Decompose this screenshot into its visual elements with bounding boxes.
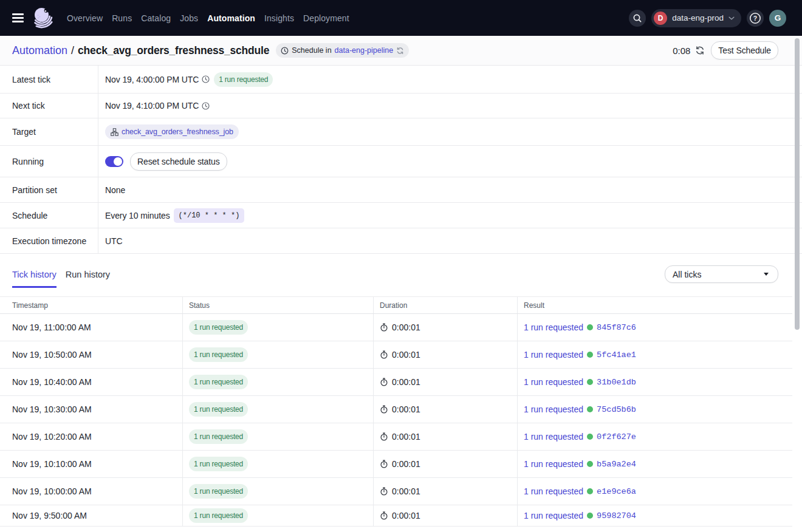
stopwatch-icon [380,432,388,441]
tick-result-link[interactable]: 1 run requested [524,511,583,520]
tick-duration-cell: 0:00:01 [373,505,517,526]
dagster-logo[interactable] [33,7,55,29]
help-icon: ? [749,12,761,24]
run-id-link[interactable]: 0f2f627e [597,432,636,442]
table-row: Nov 19, 10:20:00 AM 1 run requested 0:00… [0,423,792,451]
tick-result-link[interactable]: 1 run requested [524,350,583,360]
breadcrumb-automation-link[interactable]: Automation [12,44,67,57]
vertical-scrollbar-thumb[interactable] [795,38,800,330]
table-row: Nov 19, 10:30:00 AM 1 run requested 0:00… [0,396,792,423]
page-header: Automation / check_avg_orders_freshness_… [0,36,802,66]
tick-duration-cell: 0:00:01 [373,423,517,450]
tick-duration-cell: 0:00:01 [373,396,517,423]
tick-result-link[interactable]: 1 run requested [524,432,583,442]
app-root: Overview Runs Catalog Jobs Automation In… [0,0,802,532]
tab-run-history[interactable]: Run history [66,254,110,279]
tick-duration-value: 0:00:01 [392,511,420,520]
schedule-description: Every 10 minutes [105,211,170,220]
refresh-button[interactable] [695,46,705,55]
tick-status-cell: 1 run requested [182,505,373,526]
tick-duration-cell: 0:00:01 [373,369,517,395]
tick-result-link[interactable]: 1 run requested [524,404,583,414]
target-job-link[interactable]: check_avg_orders_freshness_job [122,128,233,136]
breadcrumb: Automation / check_avg_orders_freshness_… [12,43,409,58]
schedule-details: Latest tick Nov 19, 4:00:00 PM UTC 1 run… [0,66,802,254]
ticks-filter-value: All ticks [673,270,701,279]
detail-label: Execution timezone [0,228,98,253]
tick-status-cell: 1 run requested [182,478,373,505]
tick-status-cell: 1 run requested [182,341,373,368]
table-row: Nov 19, 10:10:00 AM 1 run requested 0:00… [0,451,792,478]
next-tick-timestamp: Nov 19, 4:10:00 PM UTC [105,101,199,111]
tick-result-cell: 1 run requested e1e9ce6a [517,478,792,505]
deployment-switcher[interactable]: D data-eng-prod [651,9,741,27]
table-row: Nov 19, 10:40:00 AM 1 run requested 0:00… [0,369,792,396]
run-id-link[interactable]: 845f87c6 [597,323,636,332]
nav-item-runs[interactable]: Runs [112,13,132,23]
run-id-link[interactable]: e1e9ce6a [597,487,636,496]
help-button[interactable]: ? [747,10,764,27]
detail-row-target: Target check_avg_orders_freshness_job [0,118,802,146]
execution-timezone-value: UTC [105,236,122,246]
nav-item-jobs[interactable]: Jobs [180,13,198,23]
run-id-link[interactable]: b5a9a2e4 [597,460,636,469]
ticks-filter-select[interactable]: All ticks [665,265,778,283]
run-id-link[interactable]: 31b0e1db [597,378,636,387]
hamburger-menu-button[interactable] [12,13,24,22]
search-button[interactable] [629,10,646,27]
tick-result-link[interactable]: 1 run requested [524,459,583,469]
tick-status-tag: 1 run requested [189,375,248,389]
tick-status-cell: 1 run requested [182,369,373,395]
stopwatch-icon [380,460,388,468]
detail-row-schedule: Schedule Every 10 minutes (*/10 * * * *) [0,203,802,228]
user-avatar[interactable]: G [769,10,786,27]
tick-timestamp-cell: Nov 19, 11:00:00 AM [0,314,182,341]
tick-result-link[interactable]: 1 run requested [524,322,583,332]
tick-timestamp-cell: Nov 19, 9:50:00 AM [0,505,182,526]
tick-status-tag: 1 run requested [189,508,248,523]
nav-item-insights[interactable]: Insights [264,13,294,23]
job-icon [111,128,118,136]
schedule-context-tag: Schedule in data-eng-pipeline [276,43,409,58]
run-id-link[interactable]: 5fc41ae1 [597,350,636,360]
tick-status-tag: 1 run requested [189,457,248,471]
nav-item-overview[interactable]: Overview [67,13,103,23]
run-id-link[interactable]: 95982704 [597,511,636,520]
tick-result-link[interactable]: 1 run requested [524,377,583,387]
tick-result-link[interactable]: 1 run requested [524,486,583,496]
run-id-link[interactable]: 75cd5b6b [597,405,636,414]
nav-item-automation[interactable]: Automation [207,13,255,23]
tick-result-cell: 1 run requested 5fc41ae1 [517,341,792,368]
code-location-link[interactable]: data-eng-pipeline [335,46,394,55]
tick-result-cell: 1 run requested 31b0e1db [517,369,792,395]
nav-item-deployment[interactable]: Deployment [303,13,349,23]
tick-status-tag: 1 run requested [189,347,248,362]
column-header-status: Status [182,297,373,313]
history-tabs-row: Tick history Run history All ticks [0,254,802,296]
detail-label: Next tick [0,94,98,118]
tab-tick-history[interactable]: Tick history [12,254,57,279]
table-row: Nov 19, 9:50:00 AM 1 run requested 0:00:… [0,505,792,527]
tick-result-cell: 1 run requested b5a9a2e4 [517,451,792,477]
run-status-dot [587,488,593,494]
tick-duration-value: 0:00:01 [392,432,420,442]
running-toggle[interactable] [105,156,123,167]
refresh-countdown: 0:08 [673,46,690,56]
page-title: check_avg_orders_freshness_schdule [78,44,269,57]
nav-item-catalog[interactable]: Catalog [141,13,171,23]
column-header-result: Result [517,297,792,313]
tick-timestamp-cell: Nov 19, 10:30:00 AM [0,396,182,423]
nav-items: Overview Runs Catalog Jobs Automation In… [67,13,349,23]
table-header-row: Timestamp Status Duration Result [0,297,792,314]
detail-row-execution-timezone: Execution timezone UTC [0,228,802,254]
tick-duration-cell: 0:00:01 [373,451,517,477]
detail-label: Target [0,118,98,145]
tick-timestamp-cell: Nov 19, 10:50:00 AM [0,341,182,368]
clock-icon [202,75,210,83]
reload-location-icon[interactable] [396,47,404,55]
test-schedule-button[interactable]: Test Schedule [711,41,778,60]
tick-result-cell: 1 run requested 845f87c6 [517,314,792,341]
reset-schedule-status-button[interactable]: Reset schedule status [130,152,227,171]
tick-duration-value: 0:00:01 [392,404,420,414]
tick-status-tag: 1 run requested [189,402,248,417]
